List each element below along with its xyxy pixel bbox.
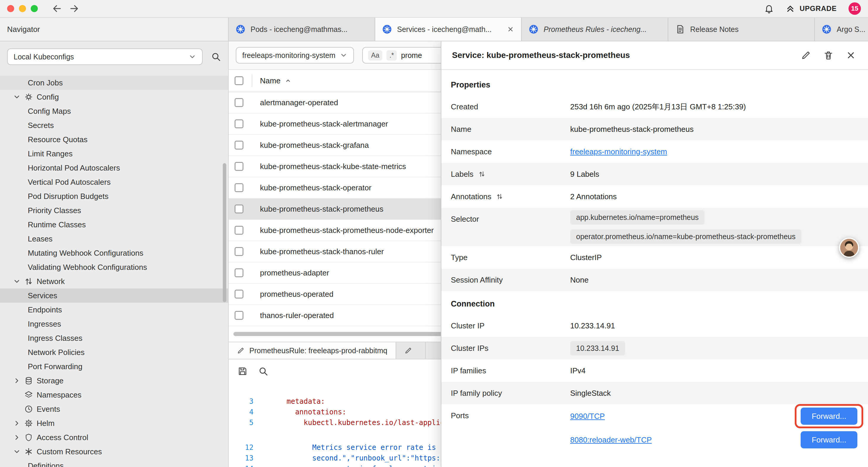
sidebar-tree-item[interactable]: Network Policies [0, 345, 228, 359]
tab-icon [529, 25, 538, 34]
sidebar-tree-item[interactable]: Cron Jobs [0, 76, 228, 90]
notifications-bell-icon[interactable] [764, 4, 774, 13]
row-checkbox[interactable] [235, 205, 243, 213]
sidebar-tree-item[interactable]: Helm [0, 416, 228, 430]
maximize-window-button[interactable] [31, 5, 38, 12]
sidebar-tree-item[interactable]: Definitions [0, 459, 228, 467]
tree-chevron-icon[interactable] [13, 377, 21, 384]
sidebar-tree-item[interactable]: Events [0, 402, 228, 416]
editor-tab[interactable]: PrometheusRule: freeleaps-prod-rabbitmq [229, 342, 396, 359]
sidebar-tree-item[interactable]: Custom Resources [0, 444, 228, 459]
sidebar-tree-item[interactable]: Ingress Classes [0, 331, 228, 345]
back-icon[interactable] [52, 4, 62, 13]
port-link[interactable]: 8080:reloader-web/TCP [570, 435, 652, 444]
editor-tab[interactable] [396, 342, 426, 359]
tab[interactable]: Pods - icecheng@mathmas... [229, 18, 375, 41]
tree-item-label: Limit Ranges [28, 149, 73, 158]
tab-label: Pods - icecheng@mathmas... [251, 25, 368, 34]
forward-icon[interactable] [69, 4, 79, 13]
tab[interactable]: Release Notes [668, 18, 815, 41]
sidebar-search-icon[interactable] [211, 52, 221, 62]
property-label: Ports [451, 411, 469, 420]
sidebar-tree-item[interactable]: Priority Classes [0, 203, 228, 217]
sidebar-tree-item[interactable]: Network [0, 274, 228, 289]
row-checkbox[interactable] [235, 268, 243, 277]
tab[interactable]: Prometheus Rules - icecheng... [522, 18, 668, 41]
section-heading: Properties [441, 72, 868, 95]
drawer-action-button[interactable] [800, 49, 812, 62]
select-all-checkbox[interactable] [235, 76, 243, 85]
sidebar-tree-item[interactable]: Vertical Pod Autoscalers [0, 175, 228, 189]
property-value: 10.233.14.91 [570, 337, 868, 359]
forward-button[interactable]: Forward... [801, 408, 857, 425]
drawer-action-button[interactable] [844, 49, 857, 62]
row-checkbox[interactable] [235, 119, 243, 128]
match-case-toggle[interactable]: Aa [368, 50, 382, 61]
sidebar-tree-item[interactable]: Secrets [0, 118, 228, 133]
service-name: alertmanager-operated [260, 98, 338, 107]
kubeconfig-selector[interactable]: Local Kubeconfigs [7, 49, 203, 65]
tree-item-label: Secrets [28, 121, 54, 130]
namespace-filter-select[interactable]: freeleaps-monitoring-system [236, 47, 354, 63]
minimize-window-button[interactable] [19, 5, 26, 12]
sidebar-tree-item[interactable]: Mutating Webhook Configurations [0, 246, 228, 260]
row-checkbox[interactable] [235, 311, 243, 320]
drawer-action-button[interactable] [822, 49, 835, 62]
sidebar-scrollbar[interactable] [223, 163, 226, 302]
name-column-header[interactable]: Name [260, 76, 291, 85]
sidebar-tree-item[interactable]: Namespaces [0, 388, 228, 402]
tab[interactable]: Services - icecheng@math... [375, 18, 522, 41]
row-checkbox[interactable] [235, 183, 243, 192]
sidebar-tree-item[interactable]: Leases [0, 232, 228, 246]
line-number: 4 [229, 407, 253, 417]
upgrade-button[interactable]: UPGRADE [786, 4, 837, 13]
tab-close-icon[interactable] [507, 26, 514, 33]
tree-chevron-icon[interactable] [13, 419, 21, 427]
sidebar-tree-item[interactable]: Limit Ranges [0, 147, 228, 161]
sidebar-tree-item[interactable]: Config Maps [0, 104, 228, 118]
sidebar-tree-item[interactable]: Config [0, 90, 228, 104]
sidebar-tree-item[interactable]: Port Forwarding [0, 359, 228, 374]
property-label-wrap: Created [441, 95, 570, 118]
property-value-text: kube-prometheus-stack-prometheus [570, 125, 859, 134]
tab[interactable]: Argo S... [815, 18, 868, 41]
sidebar-tree-item[interactable]: Pod Disruption Budgets [0, 189, 228, 203]
tree-item-icon [24, 447, 33, 456]
property-value-text: 10.233.14.91 [570, 321, 859, 330]
row-checkbox[interactable] [235, 98, 243, 107]
sidebar-tree-item[interactable]: Resource Quotas [0, 133, 228, 147]
tree-chevron-icon[interactable] [13, 278, 21, 285]
row-checkbox[interactable] [235, 226, 243, 235]
close-window-button[interactable] [7, 5, 14, 12]
tab-icon [822, 25, 831, 34]
editor-search-icon[interactable] [258, 366, 268, 376]
sidebar-tree-item[interactable]: Validating Webhook Configurations [0, 260, 228, 274]
row-checkbox[interactable] [235, 141, 243, 150]
regex-toggle[interactable]: .* [386, 50, 397, 61]
property-label-wrap: Session Affinity [441, 269, 570, 291]
sidebar-tree-item[interactable]: Access Control [0, 430, 228, 444]
sidebar-tree-item[interactable]: Ingresses [0, 317, 228, 331]
property-value: app.kubernetes.io/name=prometheus operat… [570, 208, 868, 246]
row-checkbox[interactable] [235, 290, 243, 298]
sidebar-tree-item[interactable]: Storage [0, 374, 228, 388]
sidebar-tree-item[interactable]: Endpoints [0, 303, 228, 317]
sidebar-tree-item[interactable]: Services [0, 289, 228, 303]
row-checkbox[interactable] [235, 247, 243, 256]
detail-drawer: Service: kube-prometheus-stack-prometheu… [441, 41, 868, 467]
tree-chevron-icon[interactable] [13, 93, 21, 101]
user-avatar[interactable] [839, 238, 859, 258]
property-row: Cluster IP 10.233.14.91 [441, 315, 868, 337]
expand-toggle-icon[interactable] [496, 193, 503, 200]
save-icon[interactable] [238, 366, 248, 376]
expand-toggle-icon[interactable] [478, 171, 486, 178]
sidebar-tree-item[interactable]: Horizontal Pod Autoscalers [0, 161, 228, 175]
forward-button[interactable]: Forward... [801, 431, 857, 448]
port-link[interactable]: 9090/TCP [570, 412, 605, 421]
row-checkbox[interactable] [235, 162, 243, 171]
sidebar-tree-item[interactable]: Runtime Classes [0, 217, 228, 232]
property-value-text: SingleStack [570, 389, 859, 398]
tree-chevron-icon[interactable] [13, 434, 21, 441]
notification-count-badge[interactable]: 15 [848, 2, 861, 15]
tree-chevron-icon[interactable] [13, 448, 21, 456]
